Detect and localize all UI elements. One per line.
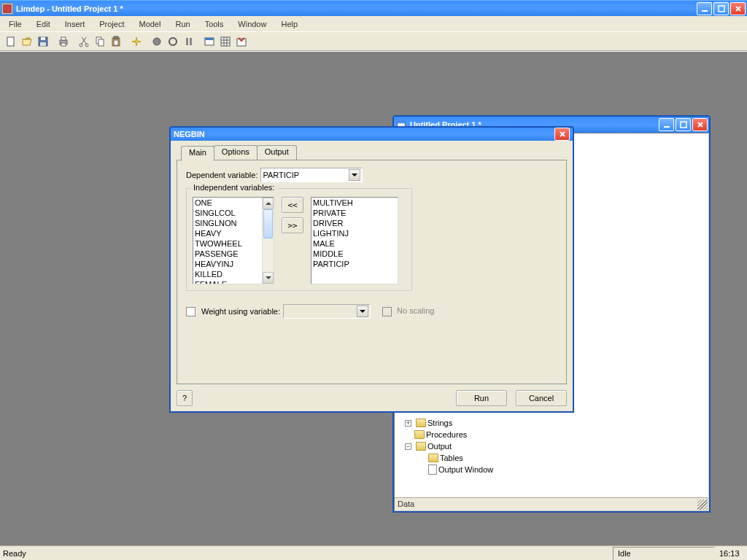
maximize-button[interactable]: [713, 2, 729, 15]
folder-icon: [416, 419, 426, 427]
menu-edit[interactable]: Edit: [31, 18, 56, 30]
scrollbar[interactable]: [262, 198, 274, 284]
project-close-button[interactable]: [692, 118, 708, 131]
scroll-thumb[interactable]: [263, 209, 273, 238]
menu-tools[interactable]: Tools: [199, 18, 230, 30]
copy-icon[interactable]: [92, 34, 108, 50]
svg-rect-27: [664, 126, 670, 128]
tree-item-output-window[interactable]: Output Window: [399, 464, 704, 475]
list-item[interactable]: ONE: [195, 198, 260, 209]
move-right-button[interactable]: >>: [282, 217, 303, 233]
svg-rect-26: [398, 122, 406, 124]
tree-label: Strings: [427, 419, 452, 427]
svg-point-10: [80, 44, 82, 47]
dependent-combo[interactable]: PARTICIP: [260, 168, 363, 182]
svg-rect-22: [205, 38, 214, 40]
list-item[interactable]: HEAVY: [195, 229, 260, 239]
open-icon[interactable]: [19, 34, 35, 50]
collapse-icon[interactable]: −: [405, 443, 411, 450]
list-item[interactable]: HEAVYINJ: [195, 260, 260, 270]
tab-output[interactable]: Output: [257, 145, 297, 160]
move-left-button[interactable]: <<: [282, 197, 303, 213]
tree-item-strings[interactable]: + Strings: [399, 417, 704, 429]
tree-item-tables[interactable]: Tables: [399, 452, 704, 464]
svg-rect-24: [237, 39, 246, 46]
dialog-titlebar: NEGBIN: [171, 128, 573, 141]
toolbar: [0, 32, 747, 51]
tab-options[interactable]: Options: [214, 145, 258, 160]
tab-main[interactable]: Main: [181, 146, 214, 161]
menu-model[interactable]: Model: [133, 18, 166, 30]
svg-rect-2: [719, 6, 724, 12]
weight-checkbox[interactable]: [186, 307, 196, 316]
list-item[interactable]: LIGHTINJ: [313, 229, 396, 239]
menu-help[interactable]: Help: [275, 18, 303, 30]
cancel-button[interactable]: Cancel: [516, 390, 567, 406]
list-item[interactable]: FEMALE: [195, 280, 260, 284]
weight-combo: [283, 304, 371, 319]
spark-icon[interactable]: [128, 34, 144, 50]
dialog-close-button[interactable]: [554, 128, 570, 141]
svg-rect-9: [61, 43, 66, 46]
scroll-up-icon[interactable]: [263, 198, 274, 209]
list-item[interactable]: MALE: [313, 239, 396, 249]
list-item[interactable]: DRIVER: [313, 219, 396, 229]
list-item[interactable]: MULTIVEH: [313, 198, 396, 209]
print-icon[interactable]: [55, 34, 71, 50]
svg-rect-0: [4, 4, 12, 12]
list-item[interactable]: PARTICIP: [313, 260, 396, 270]
scroll-down-icon[interactable]: [263, 272, 274, 284]
svg-point-18: [169, 38, 177, 45]
go-icon[interactable]: [149, 34, 165, 50]
resize-grip[interactable]: [697, 499, 708, 510]
folder-icon: [414, 430, 425, 439]
menu-insert[interactable]: Insert: [59, 18, 91, 30]
tree-item-procedures[interactable]: Procedures: [399, 429, 704, 440]
dropdown-icon[interactable]: [349, 169, 360, 181]
tab-strip: Main Options Output: [181, 145, 567, 160]
svg-rect-6: [40, 42, 46, 46]
selected-listbox[interactable]: MULTIVEH PRIVATE DRIVER LIGHTINJ MALE MI…: [311, 197, 398, 284]
no-scaling-checkbox: [382, 307, 392, 316]
menu-file[interactable]: File: [3, 18, 28, 30]
list-item[interactable]: SINGLNON: [195, 219, 260, 229]
paste-icon[interactable]: [108, 34, 124, 50]
project-minimize-button[interactable]: [659, 118, 674, 131]
list-item[interactable]: SINGLCOL: [195, 209, 260, 219]
cut-icon[interactable]: [76, 34, 92, 50]
list-item[interactable]: KILLED: [195, 270, 260, 280]
close-button[interactable]: [730, 2, 746, 15]
project-maximize-button[interactable]: [676, 118, 691, 131]
project-tree[interactable]: + Strings Procedures − Output Tables: [399, 417, 704, 494]
list-item[interactable]: PASSENGE: [195, 249, 260, 260]
save-icon[interactable]: [35, 34, 51, 50]
list-item[interactable]: PRIVATE: [313, 209, 396, 219]
about-icon[interactable]: [233, 34, 249, 50]
folder-icon: [428, 454, 438, 462]
grid-icon[interactable]: [217, 34, 233, 50]
list-item[interactable]: TWOWHEEL: [195, 239, 260, 249]
svg-rect-1: [702, 10, 708, 12]
help-button[interactable]: ?: [177, 390, 193, 406]
new-icon[interactable]: [3, 34, 19, 50]
window-icon[interactable]: [201, 34, 217, 50]
project-status: Data: [395, 497, 708, 510]
list-item[interactable]: MIDDLE: [313, 249, 396, 260]
tree-item-output[interactable]: − Output: [399, 440, 704, 452]
document-icon: [428, 464, 437, 475]
svg-rect-5: [41, 37, 45, 40]
record-icon[interactable]: [165, 34, 181, 50]
project-status-text: Data: [398, 499, 414, 508]
menu-project[interactable]: Project: [93, 18, 130, 30]
run-button[interactable]: Run: [456, 390, 507, 406]
svg-rect-15: [114, 40, 118, 45]
available-listbox[interactable]: ONE SINGLCOL SINGLNON HEAVY TWOWHEEL PAS…: [193, 197, 274, 284]
dependent-label: Dependent variable:: [186, 171, 258, 179]
pause-icon[interactable]: [181, 34, 197, 50]
menu-window[interactable]: Window: [232, 18, 272, 30]
minimize-button[interactable]: [697, 2, 712, 15]
menu-run[interactable]: Run: [169, 18, 196, 30]
expand-icon[interactable]: +: [405, 420, 411, 427]
svg-point-11: [85, 44, 88, 47]
tree-label: Output: [427, 442, 452, 451]
